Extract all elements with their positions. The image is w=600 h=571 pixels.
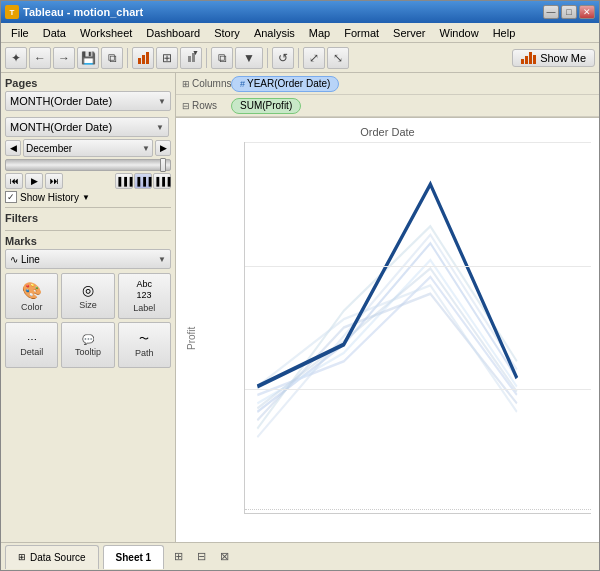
month-prev-button[interactable]: ◀ xyxy=(5,140,21,156)
show-history-row[interactable]: ✓ Show History ▼ xyxy=(5,191,171,203)
marks-label-button[interactable]: Abc123 Label xyxy=(118,273,171,319)
play-button[interactable]: ▶ xyxy=(25,173,43,189)
play-back-button[interactable]: ⏮ xyxy=(5,173,23,189)
menu-story[interactable]: Story xyxy=(208,26,246,40)
columns-pill[interactable]: # YEAR(Order Date) xyxy=(231,76,339,92)
month-select[interactable]: December ▼ xyxy=(23,139,153,157)
menubar: File Data Worksheet Dashboard Story Anal… xyxy=(1,23,599,43)
menu-format[interactable]: Format xyxy=(338,26,385,40)
maximize-button[interactable]: □ xyxy=(561,5,577,19)
toolbar-separator-3 xyxy=(267,48,268,68)
data-source-tab-label: Data Source xyxy=(30,552,86,563)
month-next-button[interactable]: ▶ xyxy=(155,140,171,156)
toolbar-table-button[interactable]: ⊞ xyxy=(156,47,178,69)
menu-dashboard[interactable]: Dashboard xyxy=(140,26,206,40)
grid-line-3 xyxy=(245,389,591,390)
toolbar-chart2-button[interactable]: ▼ xyxy=(180,47,202,69)
columns-pill-icon: # xyxy=(240,79,245,89)
new-story-icon[interactable]: ⊠ xyxy=(214,547,234,567)
toolbar-duplicate-button[interactable]: ⧉ xyxy=(101,47,123,69)
month-row: MONTH(Order Date) ▼ xyxy=(5,117,171,137)
chart-plot: $15,000 $10,000 $5,000 $0 xyxy=(244,142,591,514)
new-worksheet-icon[interactable]: ⊞ xyxy=(168,547,188,567)
marks-path-button[interactable]: 〜 Path xyxy=(118,322,171,368)
playback-controls: ⏮ ▶ ⏭ ▐▐▐ ▐▐▐ ▐▐▐ xyxy=(5,173,171,189)
pages-label: Pages xyxy=(5,77,171,89)
timeline-slider[interactable] xyxy=(5,159,171,171)
bottom-bar: ⊞ Data Source Sheet 1 ⊞ ⊟ ⊠ xyxy=(1,542,599,570)
menu-analysis[interactable]: Analysis xyxy=(248,26,301,40)
minimize-button[interactable]: — xyxy=(543,5,559,19)
slider-thumb xyxy=(160,158,166,172)
zero-line xyxy=(245,509,591,510)
show-me-button[interactable]: Show Me xyxy=(512,49,595,67)
marks-color-button[interactable]: 🎨 Color xyxy=(5,273,58,319)
speed-slow-button[interactable]: ▐▐▐ xyxy=(115,173,133,189)
month-type-dropdown[interactable]: MONTH(Order Date) ▼ xyxy=(5,117,169,137)
menu-file[interactable]: File xyxy=(5,26,35,40)
columns-shelf: ⊞ Columns # YEAR(Order Date) xyxy=(176,73,599,95)
toolbar-filter-button[interactable]: ⧉ xyxy=(211,47,233,69)
play-buttons: ⏮ ▶ ⏭ xyxy=(5,173,63,189)
tooltip-icon: 💬 xyxy=(82,334,94,345)
rows-label: Rows xyxy=(192,100,217,111)
shelf-area: ⊞ Columns # YEAR(Order Date) ⊟ Rows SUM(… xyxy=(176,73,599,118)
close-button[interactable]: ✕ xyxy=(579,5,595,19)
toolbar-new-button[interactable]: ✦ xyxy=(5,47,27,69)
marks-color-label: Color xyxy=(21,302,43,312)
grid-line-1 xyxy=(245,142,591,143)
menu-worksheet[interactable]: Worksheet xyxy=(74,26,138,40)
marks-section: Marks ∿ Line ▼ 🎨 Color ◎ Size xyxy=(5,230,171,368)
toolbar-separator-4 xyxy=(298,48,299,68)
toolbar-bar-chart-button[interactable] xyxy=(132,47,154,69)
month-select-arrow: ▼ xyxy=(142,144,150,153)
toolbar-fit2-button[interactable]: ⤡ xyxy=(327,47,349,69)
rows-shelf: ⊟ Rows SUM(Profit) xyxy=(176,95,599,117)
marks-label: Marks xyxy=(5,235,171,247)
show-history-arrow: ▼ xyxy=(82,193,90,202)
tab-sheet1[interactable]: Sheet 1 xyxy=(103,545,165,569)
window-controls: — □ ✕ xyxy=(543,5,595,19)
marks-tooltip-button[interactable]: 💬 Tooltip xyxy=(61,322,114,368)
menu-server[interactable]: Server xyxy=(387,26,431,40)
pages-dropdown[interactable]: MONTH(Order Date) ▼ xyxy=(5,91,171,111)
menu-data[interactable]: Data xyxy=(37,26,72,40)
filters-section: Filters xyxy=(5,207,171,226)
toolbar-refresh-button[interactable]: ↺ xyxy=(272,47,294,69)
path-icon: 〜 xyxy=(139,332,149,346)
menu-window[interactable]: Window xyxy=(434,26,485,40)
color-icon: 🎨 xyxy=(22,281,42,300)
show-history-checkbox[interactable]: ✓ xyxy=(5,191,17,203)
toolbar-separator-2 xyxy=(206,48,207,68)
speed-med-button[interactable]: ▐▐▐ xyxy=(134,173,152,189)
sheet1-tab-label: Sheet 1 xyxy=(116,552,152,563)
toolbar-fit-button[interactable]: ⤢ xyxy=(303,47,325,69)
menu-help[interactable]: Help xyxy=(487,26,522,40)
app-icon: T xyxy=(5,5,19,19)
toolbar-dropdown-button[interactable]: ▼ xyxy=(235,47,263,69)
month-type-arrow: ▼ xyxy=(156,123,164,132)
toolbar-separator-1 xyxy=(127,48,128,68)
toolbar-back-button[interactable]: ← xyxy=(29,47,51,69)
toolbar-forward-button[interactable]: → xyxy=(53,47,75,69)
marks-label-label: Label xyxy=(133,303,155,313)
mark-type-dropdown[interactable]: ∿ Line ▼ xyxy=(5,249,171,269)
new-dashboard-icon[interactable]: ⊟ xyxy=(191,547,211,567)
month-nav-row: ◀ December ▼ ▶ xyxy=(5,139,171,157)
toolbar: ✦ ← → 💾 ⧉ ⊞ ▼ ⧉ ▼ ↺ ⤢ ⤡ xyxy=(1,43,599,73)
tab-data-source[interactable]: ⊞ Data Source xyxy=(5,545,99,569)
rows-grid-icon: ⊟ xyxy=(182,101,190,111)
play-fwd-button[interactable]: ⏭ xyxy=(45,173,63,189)
bottom-icons: ⊞ ⊟ ⊠ xyxy=(168,547,234,567)
marks-size-button[interactable]: ◎ Size xyxy=(61,273,114,319)
main-window: T Tableau - motion_chart — □ ✕ File Data… xyxy=(0,0,600,571)
speed-fast-button[interactable]: ▐▐▐ xyxy=(153,173,171,189)
toolbar-save-button[interactable]: 💾 xyxy=(77,47,99,69)
marks-detail-button[interactable]: ⋯ Detail xyxy=(5,322,58,368)
chart-title: Order Date xyxy=(184,126,591,138)
columns-label: Columns xyxy=(192,78,231,89)
size-icon: ◎ xyxy=(82,282,94,298)
rows-pill[interactable]: SUM(Profit) xyxy=(231,98,301,114)
menu-map[interactable]: Map xyxy=(303,26,336,40)
label-icon: Abc123 xyxy=(137,279,153,301)
